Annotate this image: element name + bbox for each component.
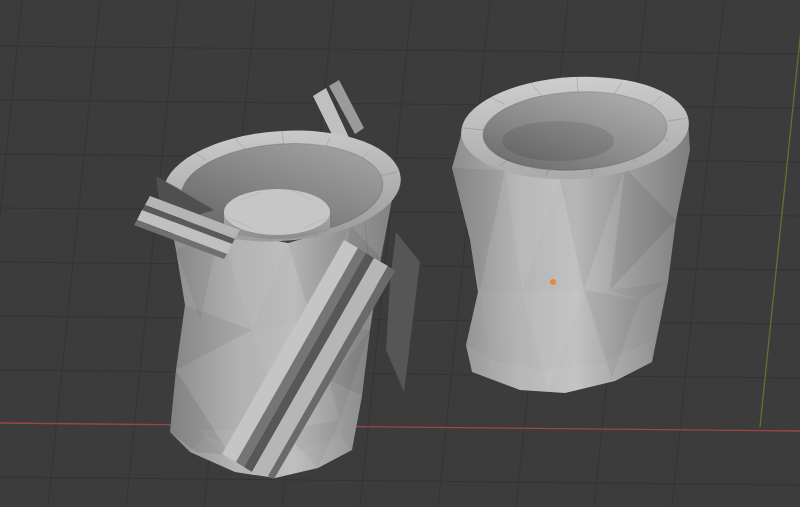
grid-line — [0, 0, 22, 507]
core-cylinder-top — [224, 189, 330, 235]
grid-line — [48, 0, 100, 507]
grid-line — [0, 477, 800, 485]
grid-line — [672, 0, 724, 507]
object-twisted-cup[interactable] — [134, 80, 420, 479]
grid-line — [0, 208, 800, 216]
back-ridge-sliver — [386, 232, 420, 392]
origin-dot — [550, 279, 556, 285]
viewport-3d[interactable] — [0, 0, 800, 507]
y-axis-line — [760, 0, 800, 427]
scene-canvas[interactable] — [0, 0, 800, 507]
object-plain-cup[interactable] — [452, 71, 692, 393]
inner-floor-shadow — [502, 121, 614, 161]
grid-line — [0, 46, 800, 54]
